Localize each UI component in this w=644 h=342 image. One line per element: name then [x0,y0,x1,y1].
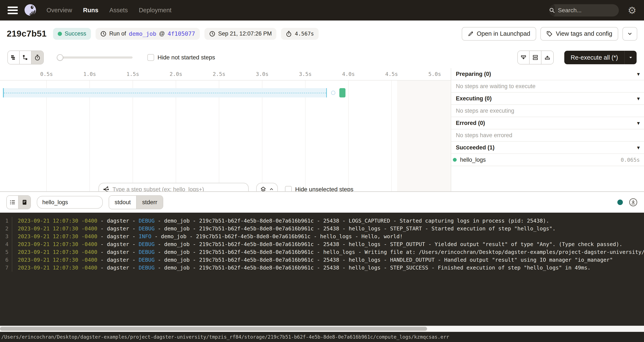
zoom-slider[interactable] [57,54,132,61]
gridline [391,80,392,192]
view-tags-config-button[interactable]: View tags and config [540,27,618,40]
reexecute-dropdown-button[interactable] [624,51,636,64]
collapse-top-button[interactable] [542,51,553,64]
log-capture-status-icon [617,200,623,205]
log-filter-field[interactable] [37,196,103,208]
section-empty-text: No steps are executing [456,108,514,114]
clock-icon [209,31,216,37]
caret-down-icon [628,55,633,60]
log-line-number: 2 [0,226,12,232]
section-caret-icon[interactable]: ▾ [637,95,640,102]
step-controls-row: Hide unselected steps [0,183,451,192]
split-view-button[interactable] [530,51,542,64]
hide-not-started-checkbox[interactable] [147,54,154,61]
step-waiting-band [3,88,327,98]
log-line-number: 6 [0,257,12,263]
run-timestamp: Sep 21, 12:07:26 PM [218,30,272,37]
status-label: Success [65,30,86,37]
hide-unselected-label: Hide unselected steps [295,186,354,192]
section-empty-text: No steps are waiting to execute [456,83,536,90]
stopwatch-icon [286,31,292,37]
section-title: Executing (0) [456,95,637,102]
at-symbol: @ [159,30,165,37]
hide-unselected-checkbox[interactable] [285,186,292,192]
nav-item-overview[interactable]: Overview [46,7,72,14]
flat-view-button[interactable] [8,51,20,64]
commit-link[interactable]: 4f105077 [168,30,195,37]
run-header: 219c7b51 Success Run of demo_job @ 4f105… [0,20,644,47]
nav-item-assets[interactable]: Assets [109,7,128,14]
log-line-number: 4 [0,241,12,247]
log-line: 12023-09-21 12:07:30 -0400 - dagster - D… [0,217,644,225]
step-subset-field[interactable] [98,183,249,192]
section-header[interactable]: Errored (0)▾ [451,117,644,129]
job-link[interactable]: demo_job [129,30,156,37]
log-line: 62023-09-21 12:07:30 -0400 - dagster - D… [0,256,644,264]
layers-icon [260,186,266,192]
log-line-text: 2023-09-21 12:07:30 -0400 - dagster - DE… [12,256,613,264]
gantt-view-mode-group [8,50,44,64]
open-in-launchpad-button[interactable]: Open in Launchpad [462,27,536,40]
section-caret-icon[interactable]: ▾ [637,71,640,77]
tab-stderr[interactable]: stderr [136,196,163,209]
step-duration: 0.065s [621,157,640,163]
section-header[interactable]: Preparing (0)▾ [451,68,644,80]
chevron-down-icon [627,31,632,36]
section-title: Succeeded (1) [456,144,637,151]
section-empty-row: No steps are waiting to execute [451,80,644,92]
success-dot-icon [58,32,62,36]
axis-tick-label: 4.5s [385,71,398,77]
section-title: Preparing (0) [456,71,637,77]
collapse-bottom-button[interactable] [518,51,530,64]
download-icon[interactable] [629,198,638,207]
axis-tick-label: 1.5s [126,71,139,77]
timed-view-button[interactable] [32,51,43,64]
hamburger-menu-icon[interactable] [8,6,18,14]
step-status-panel: Preparing (0)▾No steps are waiting to ex… [451,68,644,192]
step-subset-input[interactable] [112,186,244,192]
structured-log-view-button[interactable] [7,196,18,209]
main-content: 0.5s1.0s1.5s2.0s2.5s3.0s3.5s4.0s4.5s5.0s [0,68,644,192]
section-caret-icon[interactable]: ▾ [637,144,640,151]
step-row[interactable]: hello_logs0.065s [451,154,644,166]
hide-unselected-checkrow[interactable]: Hide unselected steps [285,186,354,192]
run-actions-dropdown-button[interactable] [622,27,637,40]
section-header[interactable]: Succeeded (1)▾ [451,142,644,154]
step-name: hello_logs [460,157,621,163]
section-title: Errored (0) [456,120,637,126]
section-caret-icon[interactable]: ▾ [637,120,640,126]
run-duration: 4.567s [295,31,314,37]
section-header[interactable]: Executing (0)▾ [451,92,644,105]
global-search[interactable]: / [549,4,619,16]
log-scrollbar-thumb[interactable] [0,327,427,331]
raw-log-viewer[interactable]: 12023-09-21 12:07:30 -0400 - dagster - D… [0,213,644,326]
log-line-text: 2023-09-21 12:07:30 -0400 - dagster - IN… [12,232,403,240]
dagster-logo[interactable] [24,4,37,17]
log-view-mode-group [6,195,31,209]
run-of-prefix: Run of [109,30,126,37]
hide-not-started-checkrow[interactable]: Hide not started steps [147,54,215,61]
primary-nav: Overview Runs Assets Deployment [46,7,172,14]
log-line: 72023-09-21 12:07:30 -0400 - dagster - D… [0,264,644,272]
raw-log-view-button[interactable] [18,196,30,209]
log-filter-input[interactable] [42,199,97,206]
gantt-plot-area: Hide unselected steps [0,80,451,192]
nav-item-runs[interactable]: Runs [83,7,98,14]
search-input[interactable] [555,7,619,14]
tab-stdout[interactable]: stdout [109,196,136,209]
graph-query-toggle-button[interactable] [256,183,278,192]
panel-layout-group [517,50,554,64]
waterfall-view-button[interactable] [20,51,32,64]
zoom-slider-handle[interactable] [57,54,63,61]
timestamp-tag: Sep 21, 12:07:26 PM [204,28,276,40]
log-panel: stdout stderr 12023-09-21 12:07:30 -0400… [0,191,644,342]
history-icon [100,31,106,37]
gear-icon[interactable]: ⚙ [628,6,636,15]
log-line-number: 7 [0,265,12,271]
step-bar-hello-logs[interactable] [339,88,346,98]
log-file-path: /Users/erincochran/Desktop/dagster-examp… [1,334,449,340]
nav-item-deployment[interactable]: Deployment [139,7,172,14]
status-badge: Success [53,28,91,40]
log-line-number: 1 [0,218,12,224]
reexecute-all-button[interactable]: Re-execute all (*) [564,51,636,64]
